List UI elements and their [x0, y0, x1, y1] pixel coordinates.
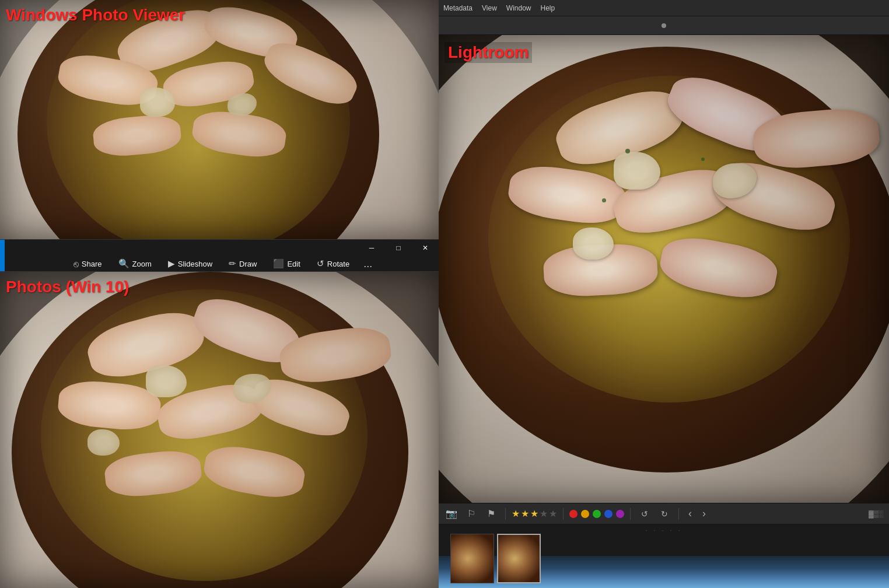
rotate-icon: ↺: [317, 258, 324, 269]
zoom-button[interactable]: 🔍 Zoom: [111, 256, 159, 271]
edit-icon: ⬛: [273, 258, 284, 269]
lr-menu-help[interactable]: Help: [541, 4, 555, 12]
share-button[interactable]: ⎋ Share: [66, 257, 109, 271]
slideshow-icon: ▶: [168, 258, 175, 269]
filmstrip-thumb-1[interactable]: [450, 534, 494, 583]
slideshow-button[interactable]: ▶ Slideshow: [161, 256, 219, 271]
lr-toolbar-indicator: [662, 23, 666, 28]
lr-menu-view[interactable]: View: [482, 4, 497, 12]
lr-menubar: Metadata View Window Help: [439, 0, 889, 16]
star-rating: ★ ★ ★ ★ ★: [512, 508, 557, 519]
rotate-button[interactable]: ↺ Rotate: [310, 256, 356, 271]
photos-food-photo: [0, 272, 439, 588]
lr-menu-window[interactable]: Window: [506, 4, 531, 12]
lr-next-arrow[interactable]: ›: [699, 506, 709, 521]
photos-section: Photos (Win 10): [0, 272, 439, 588]
color-label-orange[interactable]: [581, 510, 589, 518]
color-label-red[interactable]: [569, 510, 578, 518]
lr-prev-arrow[interactable]: ‹: [685, 506, 695, 521]
minimize-button[interactable]: ─: [358, 240, 385, 256]
lr-icon-2[interactable]: ⚐: [463, 506, 480, 522]
right-panel: Metadata View Window Help Lightroom: [439, 0, 889, 588]
star-5[interactable]: ★: [549, 508, 557, 519]
share-icon: ⎋: [74, 259, 79, 269]
photos-title: Photos (Win 10): [6, 278, 129, 296]
lr-rotate-cw[interactable]: ↻: [656, 506, 673, 522]
lr-icon-1[interactable]: 📷: [443, 506, 460, 522]
close-button[interactable]: ✕: [412, 240, 439, 256]
lr-bottombar: 📷 ⚐ ⚑ ★ ★ ★ ★ ★ ↺ ↻: [439, 503, 889, 524]
star-3[interactable]: ★: [530, 508, 538, 519]
lr-divider-3: [630, 508, 631, 520]
lr-menu-metadata[interactable]: Metadata: [443, 4, 473, 12]
color-label-purple[interactable]: [616, 510, 624, 518]
lr-divider-2: [563, 508, 564, 520]
zoom-icon: 🔍: [118, 258, 130, 269]
maximize-button[interactable]: □: [385, 240, 412, 256]
lr-toolbar: [439, 16, 889, 35]
filmstrip-thumb-2[interactable]: [497, 534, 541, 583]
toolbar-sidebar: [0, 240, 5, 271]
filmstrip-controls: · · · · ·: [645, 527, 682, 534]
lr-divider-1: [505, 508, 506, 520]
lr-divider-4: [678, 508, 679, 520]
color-label-green[interactable]: [593, 510, 601, 518]
star-1[interactable]: ★: [512, 508, 520, 519]
draw-button[interactable]: ✏ Draw: [222, 256, 264, 271]
lr-image-area: Lightroom: [439, 35, 889, 503]
edit-button[interactable]: ⬛ Edit: [266, 256, 307, 271]
lr-title: Lightroom: [444, 42, 532, 63]
more-button[interactable]: ...: [359, 256, 377, 272]
left-panel: Windows Photo Viewer ─ □ ✕ ⎋ Share 🔍 Zoo…: [0, 0, 439, 588]
star-2[interactable]: ★: [521, 508, 529, 519]
wpv-title: Windows Photo Viewer: [6, 6, 185, 24]
draw-icon: ✏: [229, 258, 236, 269]
lr-rotate-ccw[interactable]: ↺: [636, 506, 653, 522]
lr-icon-3[interactable]: ⚑: [483, 506, 499, 522]
lr-filmstrip: · · · · ·: [439, 524, 889, 588]
color-label-blue[interactable]: [604, 510, 612, 518]
toolbar-area: ─ □ ✕ ⎋ Share 🔍 Zoom ▶ Slideshow: [0, 239, 439, 272]
wpv-food-photo: [0, 0, 439, 239]
lr-histogram-icon[interactable]: ▓▒░: [868, 506, 884, 522]
wpv-section: Windows Photo Viewer: [0, 0, 439, 239]
lr-food-photo: [439, 35, 889, 503]
star-4[interactable]: ★: [540, 508, 548, 519]
